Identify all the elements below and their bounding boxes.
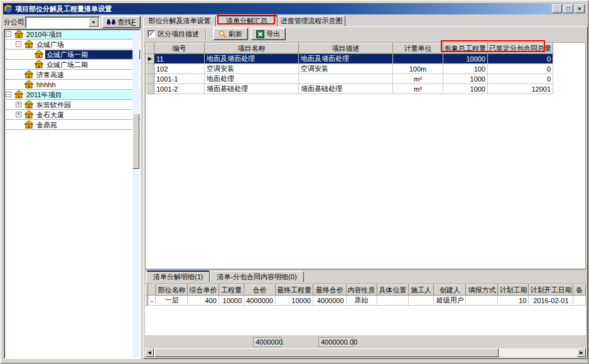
cell[interactable]: 超级用户 [434,296,466,306]
tree-item-label[interactable]: 东营软件园 [35,100,140,109]
tree-item-label-selected[interactable]: 众城广场一期 [45,50,140,59]
cell[interactable]: 12001 [488,84,553,94]
cell[interactable]: 一层 [156,296,188,306]
col-header-content-nature[interactable]: 内容性质 [346,285,377,296]
tree-item-label[interactable]: 众城广场 [35,40,140,49]
tree-item-label[interactable]: hhhhh [35,80,140,89]
cell[interactable]: 地面及墙面处理 [205,54,299,64]
col-header-unit[interactable]: 计量单位 [393,43,443,54]
row-collapse-icon[interactable]: - [148,296,156,306]
grid-row-selected[interactable]: ▶ 11 地面及墙面处理 地面及墙面处理 10000 0 [146,54,553,64]
cell[interactable]: 10000 [219,296,244,306]
cell[interactable] [299,74,393,84]
tree-item-dongying[interactable]: + 东营软件园 [4,100,140,110]
cell[interactable] [408,296,434,306]
tree-item-label[interactable]: 金鼎苑 [35,120,140,129]
maximize-button[interactable]: □ [563,4,573,13]
col-header-constructor[interactable]: 施工人 [408,285,434,296]
cell[interactable]: 400 [188,296,219,306]
tree-item-zhongcheng-phase2[interactable]: 众城广场二期 [4,60,140,70]
cell[interactable] [377,296,408,306]
tab-progress-flow[interactable]: 进度管理流程示意图 [278,16,345,26]
tree-item-2010[interactable]: - 2010年项目 [4,29,140,40]
cell[interactable]: 空调安装 [205,64,299,74]
col-header-part-name[interactable]: 部位名称 [156,285,188,296]
checkbox-check-icon[interactable]: ✓ [148,30,155,38]
grid-row[interactable]: 1001-2 墙面基础处理 墙面基础处理 m² 1000 12001 [146,84,553,94]
tab-list-summary[interactable]: 清单分解汇总 [216,15,278,26]
col-header-total-price[interactable]: 合价 [244,285,276,296]
cell[interactable]: 100m [393,64,443,74]
refresh-button[interactable]: 刷新 [213,28,248,40]
tree-item-label[interactable]: 2011年项目 [25,90,140,99]
cell[interactable]: 0 [488,64,553,74]
cell[interactable]: 2016-02-01 [529,296,573,306]
cell[interactable]: 0 [488,74,553,84]
scrollbar-thumb[interactable] [132,114,139,169]
tree-item-label[interactable]: 济青高速 [35,70,140,79]
col-header-location[interactable]: 具体位置 [377,285,408,296]
cell[interactable]: 1001-2 [154,84,205,94]
col-header-remark[interactable]: 备 [573,285,586,296]
tab-part-decompose[interactable]: 部位分解及清单设置 [143,16,216,26]
cell[interactable]: 地面及墙面处理 [299,54,393,64]
cell[interactable]: 100 [443,64,488,74]
scrollbar-thumb[interactable] [154,348,499,357]
tab-subcontract-detail[interactable]: 清单-分包合同内容明细(0) [210,271,303,282]
tree-item-label[interactable]: 众城广场二期 [45,60,140,69]
col-header-quantity[interactable]: 工程量 [219,285,244,296]
cell[interactable]: 10 [498,296,529,306]
cell[interactable]: 11 [154,54,205,64]
tree-item-zhongcheng-phase1[interactable]: 众城广场一期 [4,50,140,60]
col-header-plan-start-date[interactable]: 计划开工日期 [529,285,573,296]
expand-icon[interactable]: + [16,112,21,117]
col-header-plan-duration[interactable]: 计划工期 [498,285,529,296]
cell[interactable]: 0 [488,54,553,64]
cell[interactable]: m² [393,74,443,84]
grid-row[interactable]: 102 空调安装 空调安装 100m 100 0 [146,64,553,74]
cell[interactable] [393,54,443,64]
scroll-right-icon[interactable]: ▶ [577,348,586,357]
cell[interactable]: 墙面基础处理 [205,84,299,94]
tree-item-label[interactable]: 金石大厦 [35,110,140,119]
cell[interactable]: 地面处理 [205,74,299,84]
col-header-subcontract-total[interactable]: 已签定分包合同总量 [488,43,553,54]
col-header-unit-price[interactable]: 综合单价 [188,285,219,296]
minimize-button[interactable]: _ [552,4,562,13]
tree-item-jinshi[interactable]: + 金石大厦 [4,110,140,120]
cell[interactable]: 4000000 [313,296,346,306]
cell[interactable]: 10000 [443,54,488,64]
company-combobox[interactable]: ▼ [25,16,100,28]
col-header-project-name[interactable]: 项目名称 [205,43,299,54]
export-button[interactable]: 导出 [251,28,286,40]
tree-item-jiqing[interactable]: 济青高速 [4,70,140,80]
close-button[interactable]: × [575,4,585,13]
expand-icon[interactable]: + [16,102,21,107]
cell[interactable]: 4000000 [244,296,276,306]
tree-vertical-scrollbar[interactable] [132,30,139,358]
tree-item-zhongcheng[interactable]: - 众城广场 [4,40,140,50]
cell[interactable]: 墙面基础处理 [299,84,393,94]
collapse-icon[interactable]: - [16,41,21,47]
collapse-icon[interactable]: - [6,31,11,37]
tree-item-hhhhh[interactable]: hhhhh [4,80,140,90]
tree-item-2011[interactable]: - 2011年项目 [4,90,140,100]
col-header-fill-method[interactable]: 填报方式 [466,285,498,296]
cell[interactable]: 1001-1 [154,74,205,84]
cell[interactable]: 原始 [346,296,377,306]
tab-list-detail[interactable]: 清单分解明细(1) [146,270,210,282]
cell[interactable]: 空调安装 [299,64,393,74]
col-header-creator[interactable]: 创建人 [434,285,466,296]
col-header-total-quantity[interactable]: 形象总工程量 [443,43,488,54]
cell[interactable] [466,296,498,306]
cell[interactable]: m² [393,84,443,94]
cell[interactable] [573,296,586,306]
scroll-left-icon[interactable]: ◀ [145,348,154,357]
col-header-project-desc[interactable]: 项目描述 [299,43,393,54]
detail-row[interactable]: - 一层 400 10000 4000000 10000 4000000 原始 … [146,296,586,306]
horizontal-scrollbar[interactable]: ◀ ▶ [145,348,586,357]
cell[interactable]: 102 [154,64,205,74]
find-button[interactable]: 查找F [102,16,141,28]
collapse-icon[interactable]: - [6,92,11,97]
grid-row[interactable]: 1001-1 地面处理 m² 1000 0 [146,74,553,84]
